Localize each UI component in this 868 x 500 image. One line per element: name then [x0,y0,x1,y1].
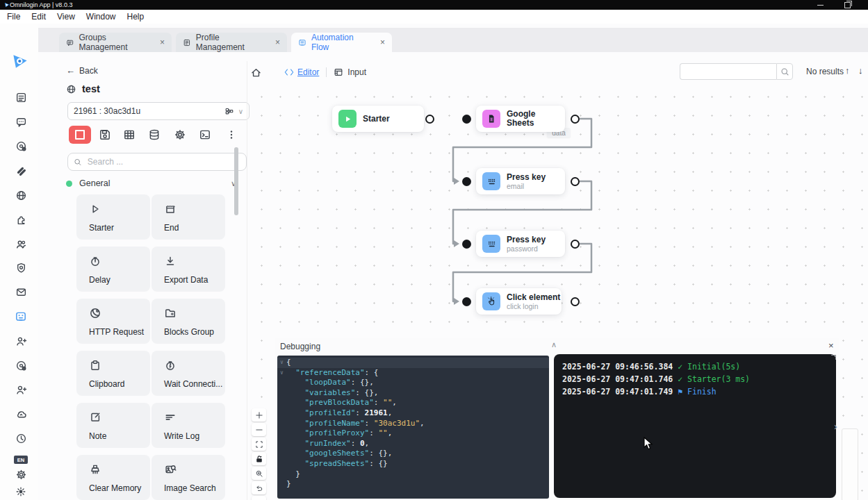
canvas-right-scrollbar[interactable] [842,428,858,500]
input-port[interactable] [462,297,471,306]
fold-icon [277,378,286,388]
output-port[interactable] [571,115,580,124]
cloud-sync-icon[interactable] [15,408,27,420]
disc-user2-icon[interactable] [15,359,27,372]
log-timestamp: 2025-06-27 09:47:01.749 [562,387,678,397]
block-write-log[interactable]: Write Log [152,403,225,448]
chevron-right-icon[interactable]: › [834,420,837,432]
undo-button[interactable] [252,481,266,494]
node-starter[interactable]: Starter [332,106,424,132]
table-button[interactable] [122,128,136,142]
profile-select[interactable]: 21961 : 30ac3d1u ∨ [67,102,249,120]
node-subtitle: password [507,244,546,253]
output-port[interactable] [425,115,434,124]
clock-icon[interactable] [15,432,27,444]
edge-arrowhead [454,298,459,305]
input-port[interactable] [462,177,471,186]
tab-groups-management[interactable]: Groups Management × [59,33,172,52]
input-port[interactable] [462,115,471,124]
tab-profile-management[interactable]: Profile Management × [176,33,287,52]
block-wait-connection[interactable]: Wait Connecti... [152,351,225,396]
close-debug-icon[interactable]: × [828,340,834,351]
zoom-in-button[interactable] [252,408,266,422]
team-icon[interactable] [15,238,27,250]
output-port[interactable] [571,297,580,306]
node-click-element[interactable]: Click element click login [476,288,562,315]
user-plus-icon[interactable] [15,335,27,347]
block-search-input[interactable] [86,156,240,167]
menu-window[interactable]: Window [86,12,116,22]
block-note[interactable]: Note [76,403,150,448]
tab-automation-flow[interactable]: Automation Flow × [291,33,392,52]
more-vertical-icon[interactable] [224,128,238,142]
output-port[interactable] [571,240,580,249]
block-delay[interactable]: Delay [76,247,150,292]
output-port[interactable] [571,177,580,186]
fold-icon [277,479,286,490]
debug-code-lines: ∨{∨ "referenceData": { "loopData": {}, "… [277,358,549,490]
redo-button[interactable] [252,496,266,500]
automation-flow-icon-active[interactable] [15,310,27,323]
input-port[interactable] [462,240,471,249]
block-blocks-group[interactable]: Blocks Group [152,299,225,344]
news-icon[interactable] [15,91,27,103]
code-line: } [277,479,549,490]
back-button[interactable]: ← Back [66,65,98,76]
language-badge[interactable]: EN [14,456,28,464]
zoom-out-button[interactable] [252,423,266,436]
tags-icon[interactable] [15,165,27,177]
minimize-icon[interactable] [817,5,824,6]
category-general[interactable]: General ∨ [66,177,236,190]
mail-icon[interactable] [15,285,27,298]
zoom-select-button[interactable] [252,467,266,480]
restore-icon[interactable] [844,2,851,8]
database-button[interactable] [147,128,161,142]
keyboard-node-icon [482,172,500,190]
menu-help[interactable]: Help [127,12,145,22]
menu-file[interactable]: File [7,12,20,22]
groups-chat-icon[interactable] [15,115,27,128]
node-press-key-email[interactable]: Press key email [476,168,565,194]
block-export-data[interactable]: Export Data [152,247,225,292]
block-clipboard[interactable]: Clipboard [76,351,150,396]
settings-button[interactable] [173,128,187,142]
tab-close-icon[interactable]: × [160,38,165,47]
proxy-globe-icon[interactable] [15,189,27,201]
node-press-key-password[interactable]: Press key password [476,231,565,257]
stop-button[interactable] [69,126,91,144]
blocks-scrollbar[interactable] [234,147,238,215]
block-starter[interactable]: Starter [76,194,150,240]
block-image-search[interactable]: Image Search [152,455,225,500]
menu-view[interactable]: View [57,12,75,22]
debug-code-editor[interactable]: ∨{∨ "referenceData": { "loopData": {}, "… [277,356,549,499]
extensions-puzzle-icon[interactable] [15,213,27,226]
shield-search-icon[interactable] [15,261,27,274]
block-http-request[interactable]: HTTP Request [76,299,150,344]
terminal-button[interactable] [198,128,212,142]
user-search-icon[interactable] [15,383,27,396]
block-clear-memory[interactable]: Clear Memory [76,455,150,500]
expand-log-icon[interactable] [831,355,836,360]
debug-log[interactable]: 2025-06-27 09:46:56.384 ✓ Initial(5s)202… [554,354,836,498]
disc-user-icon[interactable] [15,140,27,152]
theme-sun-icon[interactable] [15,485,27,498]
tab-close-icon[interactable]: × [380,38,385,47]
menu-edit[interactable]: Edit [31,12,46,22]
collapse-panel-icon[interactable]: ∧ [551,340,557,349]
block-end[interactable]: End [152,194,225,240]
fold-icon [277,408,286,419]
block-label: Starter [89,223,150,233]
lock-button[interactable] [252,452,266,465]
settings-gear-icon[interactable] [15,468,27,481]
save-button[interactable] [98,128,112,142]
fold-icon [277,439,286,449]
tab-label: Automation Flow [311,33,368,52]
block-label: Note [89,431,150,441]
node-google-sheets[interactable]: Google Sheets [476,106,565,132]
tab-close-icon[interactable]: × [275,38,280,47]
log-entry: 2025-06-27 09:46:56.384 ✓ Initial(5s) [562,360,828,373]
fold-icon[interactable]: ∨ [277,368,286,378]
fit-view-button[interactable] [252,438,266,451]
fold-icon[interactable]: ∨ [277,358,286,368]
stop-square-icon [75,130,85,140]
